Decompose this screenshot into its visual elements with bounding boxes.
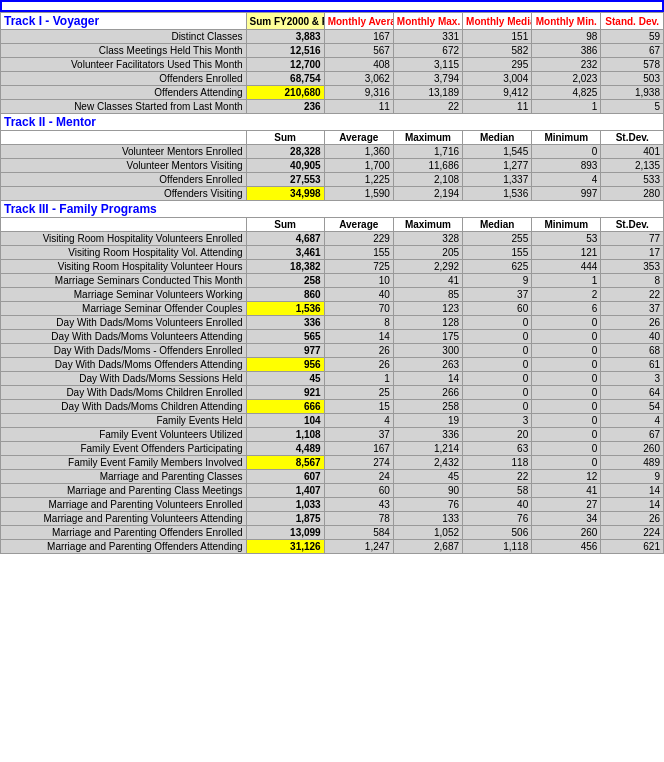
cell-4: 1,536 [463, 187, 532, 201]
cell-1: 12,516 [246, 44, 324, 58]
cell-3: 1,214 [393, 442, 462, 456]
track1-header: Track I - Voyager [1, 13, 247, 30]
cell-1: 1,875 [246, 512, 324, 526]
table-row: Family Events Held104419304 [1, 414, 664, 428]
table-row: Day With Dads/Moms Sessions Held45114003 [1, 372, 664, 386]
cell-6: 401 [601, 145, 664, 159]
main-title [0, 0, 664, 12]
cell-6: 14 [601, 498, 664, 512]
cell-6: 4 [601, 414, 664, 428]
cell-5: 0 [532, 316, 601, 330]
cell-3: 205 [393, 246, 462, 260]
cell-4: 1,337 [463, 173, 532, 187]
cell-0: Marriage and Parenting Volunteers Attend… [1, 512, 247, 526]
cell-1: 104 [246, 414, 324, 428]
cell-6: 61 [601, 358, 664, 372]
cell-6: 77 [601, 232, 664, 246]
cell-3: 266 [393, 386, 462, 400]
cell-2: 725 [324, 260, 393, 274]
table-row: Marriage Seminars Conducted This Month25… [1, 274, 664, 288]
cell-5: 41 [532, 484, 601, 498]
table-row: Distinct Classes3,8831673311519859 [1, 30, 664, 44]
cell-3: 123 [393, 302, 462, 316]
cell-6: 353 [601, 260, 664, 274]
cell-2: 1,225 [324, 173, 393, 187]
subheader-cell-3: Maximum [393, 218, 462, 232]
cell-4: 151 [463, 30, 532, 44]
table-row: Offenders Visiting34,9981,5902,1941,5369… [1, 187, 664, 201]
cell-4: 0 [463, 400, 532, 414]
cell-2: 43 [324, 498, 393, 512]
cell-2: 60 [324, 484, 393, 498]
cell-0: Visiting Room Hospitality Volunteer Hour… [1, 260, 247, 274]
table-row: Marriage and Parenting Offenders Attendi… [1, 540, 664, 554]
col-header-1: Sum FY2000 & FY2001** [246, 13, 324, 30]
cell-3: 133 [393, 512, 462, 526]
subheader-cell-2: Average [324, 218, 393, 232]
subheader-cell-6: St.Dev. [601, 218, 664, 232]
table-row: Family Event Offenders Participating4,48… [1, 442, 664, 456]
col-header-3: Monthly Max. [393, 13, 462, 30]
cell-3: 3,115 [393, 58, 462, 72]
cell-5: 0 [532, 442, 601, 456]
cell-1: 40,905 [246, 159, 324, 173]
cell-4: 0 [463, 330, 532, 344]
cell-2: 1,590 [324, 187, 393, 201]
table-row: Marriage and Parenting Volunteers Enroll… [1, 498, 664, 512]
cell-6: 22 [601, 288, 664, 302]
cell-2: 567 [324, 44, 393, 58]
cell-6: 64 [601, 386, 664, 400]
cell-3: 22 [393, 100, 462, 114]
cell-4: 20 [463, 428, 532, 442]
cell-4: 0 [463, 358, 532, 372]
cell-1: 236 [246, 100, 324, 114]
subheader-cell-4: Median [463, 131, 532, 145]
table-row: Marriage and Parenting Class Meetings1,4… [1, 484, 664, 498]
cell-0: Offenders Visiting [1, 187, 247, 201]
cell-4: 295 [463, 58, 532, 72]
cell-1: 1,033 [246, 498, 324, 512]
cell-1: 68,754 [246, 72, 324, 86]
cell-3: 263 [393, 358, 462, 372]
table-row: Family Event Family Members Involved8,56… [1, 456, 664, 470]
cell-6: 54 [601, 400, 664, 414]
cell-4: 40 [463, 498, 532, 512]
cell-2: 167 [324, 442, 393, 456]
cell-6: 621 [601, 540, 664, 554]
cell-0: Marriage and Parenting Offenders Attendi… [1, 540, 247, 554]
table-row: Offenders Enrolled27,5531,2252,1081,3374… [1, 173, 664, 187]
cell-2: 1,360 [324, 145, 393, 159]
cell-0: Volunteer Facilitators Used This Month [1, 58, 247, 72]
cell-4: 76 [463, 512, 532, 526]
cell-3: 14 [393, 372, 462, 386]
cell-2: 584 [324, 526, 393, 540]
cell-5: 4 [532, 173, 601, 187]
cell-3: 672 [393, 44, 462, 58]
cell-5: 456 [532, 540, 601, 554]
table-row: Marriage Seminar Offender Couples1,53670… [1, 302, 664, 316]
cell-4: 1,277 [463, 159, 532, 173]
cell-4: 0 [463, 316, 532, 330]
cell-0: Day With Dads/Moms Children Enrolled [1, 386, 247, 400]
subheader-cell-0 [1, 218, 247, 232]
cell-6: 5 [601, 100, 664, 114]
cell-6: 503 [601, 72, 664, 86]
cell-0: Marriage and Parenting Class Meetings [1, 484, 247, 498]
cell-2: 3,062 [324, 72, 393, 86]
cell-4: 9,412 [463, 86, 532, 100]
subheader-cell-1: Sum [246, 131, 324, 145]
subheader-cell-0 [1, 131, 247, 145]
cell-3: 19 [393, 414, 462, 428]
cell-1: 956 [246, 358, 324, 372]
cell-1: 27,553 [246, 173, 324, 187]
cell-0: Marriage and Parenting Classes [1, 470, 247, 484]
cell-2: 8 [324, 316, 393, 330]
cell-5: 0 [532, 386, 601, 400]
table-row: Visiting Room Hospitality Volunteers Enr… [1, 232, 664, 246]
cell-3: 258 [393, 400, 462, 414]
subheader-cell-2: Average [324, 131, 393, 145]
cell-2: 229 [324, 232, 393, 246]
cell-1: 921 [246, 386, 324, 400]
cell-2: 1,700 [324, 159, 393, 173]
cell-1: 666 [246, 400, 324, 414]
